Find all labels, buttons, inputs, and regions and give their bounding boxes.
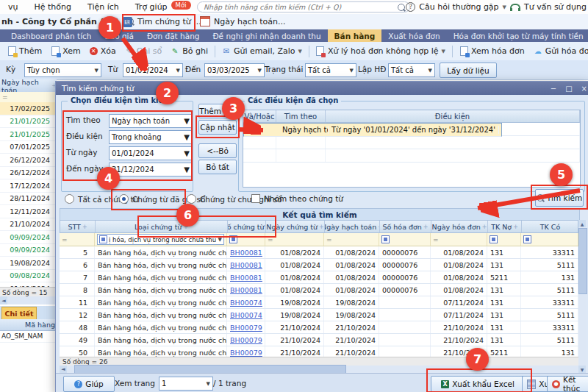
export-excel-button[interactable]: XXuất khẩu Excel <box>431 376 525 392</box>
minimize-button[interactable]: − <box>551 85 556 93</box>
view-button[interactable]: Xem <box>46 45 85 57</box>
radio-selected-icon[interactable] <box>119 194 129 204</box>
faq-link[interactable]: Câu hỏi thường gặp <box>419 2 498 12</box>
voucher-link[interactable]: BH00081 <box>230 261 262 269</box>
invoice-filter-select[interactable]: Tất cả▼ <box>388 63 435 77</box>
posting-date-column-header[interactable]: Ngày hạch toán+ <box>0 79 57 93</box>
chevron-down-icon[interactable]: ▼ <box>218 237 222 243</box>
filter-options-icon[interactable] <box>490 235 498 243</box>
col-inv-no[interactable]: Số hóa đơn+ <box>380 221 431 232</box>
col-condition[interactable]: Điều kiện <box>326 110 580 122</box>
filter-inv-date[interactable]: = <box>431 233 487 246</box>
filter-options-icon[interactable] <box>523 235 531 243</box>
filter-type[interactable]: ị hóa, dịch vụ trong nước chưa thu tiền … <box>95 233 227 246</box>
horizontal-scrollbar[interactable]: ◄ <box>0 296 55 304</box>
radio-icon[interactable] <box>65 194 74 204</box>
pin-icon[interactable]: + <box>423 224 429 230</box>
result-row[interactable]: 12 Bán hàng hóa, dịch vụ trong nước chưa… <box>60 309 578 321</box>
checkbox-icon[interactable] <box>251 194 260 203</box>
to-date-select[interactable]: 31/12/2024▼ <box>109 163 193 177</box>
list-item[interactable]: 17/02/2025 <box>0 102 55 115</box>
pin-icon[interactable]: + <box>82 224 87 230</box>
get-data-button[interactable]: Lấy dữ liệu <box>440 63 497 78</box>
period-select[interactable]: Tùy chọn▼ <box>24 63 101 77</box>
filter-credit[interactable] <box>521 233 578 246</box>
col-inv-date[interactable]: Ngày hóa đơn+ <box>431 221 488 232</box>
menu-item-tien-ich[interactable]: Tiện ích <box>79 2 127 12</box>
finish-button[interactable]: ●Kết thúc <box>547 376 588 392</box>
voucher-link[interactable]: BH00079 <box>230 336 262 344</box>
remove-condition-button[interactable]: <--Bỏ <box>198 143 237 158</box>
pin-icon[interactable]: + <box>482 224 487 230</box>
col-post-date[interactable]: Ngày hạch toán+ <box>325 221 380 232</box>
post-button[interactable]: ✎Ghi sổ <box>121 45 167 57</box>
results-vertical-scrollbar[interactable]: ▲ ▼ <box>578 220 586 373</box>
add-button[interactable]: Thêm <box>3 45 46 57</box>
condition-row[interactable]: Ngày hạch toán Từ ngày '01/01/2024' đến … <box>243 123 502 137</box>
module-tab[interactable]: Đơn đặt hàng <box>140 29 207 42</box>
col-credit[interactable]: TK Có <box>522 221 579 232</box>
list-item[interactable]: 26/12/2024 <box>0 154 55 167</box>
find-voucher-button[interactable]: Tìm chứng từ ... <box>126 15 201 27</box>
filter-doc-no[interactable] <box>227 233 265 246</box>
list-item[interactable]: 26/12/2024 <box>0 167 55 180</box>
col-stt[interactable]: STT+ <box>60 221 96 232</box>
list-item[interactable]: 21/01/2025 <box>0 115 55 129</box>
view-invoice-button[interactable]: Xem hóa đơn <box>455 45 529 57</box>
scroll-up-icon[interactable]: ▲ <box>578 220 586 227</box>
result-row[interactable]: 49 Bán hàng hóa, dịch vụ trong nước chưa… <box>60 334 578 346</box>
module-tab[interactable]: Bán hàng <box>328 29 382 42</box>
menu-item-nghiep-vu[interactable]: vụ <box>0 2 26 12</box>
filter-options-icon[interactable] <box>229 235 237 243</box>
list-item[interactable]: 17/12/2024 <box>0 179 55 193</box>
search-button[interactable]: Tìm kiếm <box>535 189 584 207</box>
module-tab[interactable]: Dashboard phân tích <box>4 29 98 42</box>
voucher-link[interactable]: BH00081 <box>230 274 262 282</box>
module-tab[interactable]: Đề nghị ghi nhận doanh thu <box>206 29 327 42</box>
menu-item-he-thong[interactable]: Hệ thống <box>26 2 79 12</box>
remove-all-conditions-button[interactable]: Bỏ tất <box>198 160 237 174</box>
item-code-cell[interactable]: AO_SM_NAM <box>0 330 57 343</box>
invalid-invoice-button[interactable]: Xử lý hoá đơn không hợp lệ▼ <box>312 45 450 57</box>
radio-icon[interactable] <box>187 194 196 204</box>
list-item[interactable]: 09/09/2024 <box>0 244 55 257</box>
col-doc-no[interactable]: Số chứng từ+ <box>228 221 266 232</box>
list-item[interactable]: 28/11/2024 <box>0 193 55 206</box>
result-row[interactable]: 50 Bán hàng hóa, dịch vụ trong nước chưa… <box>60 346 578 357</box>
scrollbar-thumb[interactable] <box>578 228 587 294</box>
operator-select[interactable]: Trong khoảng▼ <box>109 130 193 144</box>
list-item[interactable]: 21/01/2025 <box>0 128 55 141</box>
support-link[interactable]: Tư vấn sử dụng <box>524 2 587 12</box>
module-tab[interactable]: Hóa đơn khởi tạo từ máy tính tiền <box>447 29 588 42</box>
chevron-down-icon[interactable]: ▼ <box>298 49 302 54</box>
to-date-field[interactable]: 03/03/2025▼ <box>204 63 265 77</box>
tab-detail[interactable]: Chi tiết <box>1 307 37 320</box>
result-row[interactable]: 11 Bán hàng hóa, dịch vụ trong nước chưa… <box>60 296 578 309</box>
col-doc-date[interactable]: Ngày chứng từ+ <box>266 221 325 232</box>
pin-icon[interactable]: + <box>319 224 324 230</box>
unpost-button[interactable]: ✎Bỏ ghi <box>166 45 212 57</box>
voucher-link[interactable]: BH00081 <box>230 249 262 257</box>
chevron-down-icon[interactable]: ▼ <box>503 4 506 10</box>
module-tab[interactable]: Xuất hóa đơn <box>381 29 446 42</box>
scroll-left-icon[interactable]: ◄ <box>0 296 7 304</box>
list-item[interactable]: 21/10/2024 <box>0 218 55 232</box>
find-by-select[interactable]: Ngày hạch toán▼ <box>109 114 193 128</box>
scroll-left-icon[interactable]: ◄ <box>60 366 67 374</box>
page-select[interactable]: 1▼ <box>159 377 213 391</box>
delete-button[interactable]: ✕Xóa <box>85 45 121 57</box>
chevron-down-icon[interactable]: ▼ <box>442 49 445 54</box>
item-code-column-header[interactable]: Mã hàng <box>0 319 60 331</box>
status-select[interactable]: Tất cả▼ <box>305 63 356 77</box>
column-filter-cell[interactable]: = <box>0 92 57 103</box>
voucher-link[interactable]: BH00074 <box>230 311 262 319</box>
result-row[interactable]: 8 Bán hàng hóa, dịch vụ trong nước chưa … <box>60 284 578 296</box>
dialog-title-bar[interactable]: Tìm kiếm chứng từ − □ × <box>56 82 588 95</box>
filter-stt[interactable]: = <box>60 233 95 246</box>
filter-inv-no[interactable] <box>379 233 431 246</box>
from-date-field[interactable]: 01/01/2024▼ <box>123 63 183 77</box>
send-email-button[interactable]: ✉Gửi email, Zalo▼ <box>218 45 306 57</box>
list-item[interactable]: 09/08/2024 <box>0 270 55 283</box>
filter-options-icon[interactable] <box>381 235 390 243</box>
feature-search-box[interactable] <box>197 1 410 13</box>
